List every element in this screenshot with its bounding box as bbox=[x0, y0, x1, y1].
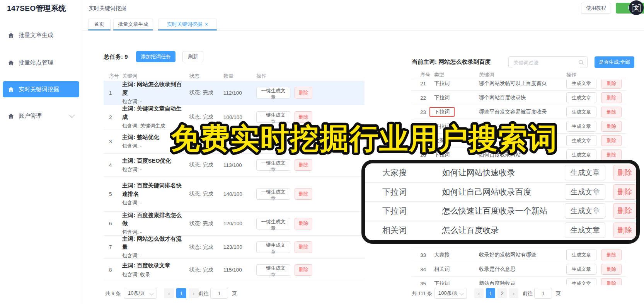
delete-button[interactable]: 删除 bbox=[295, 136, 312, 147]
delete-button[interactable]: 删除 bbox=[613, 184, 636, 200]
generate-article-button[interactable]: 生成文章 bbox=[566, 107, 596, 117]
keyword-text: 收录是什么意思 bbox=[479, 266, 566, 273]
include-words: 包含词: - bbox=[122, 143, 186, 149]
delete-button[interactable]: 删除 bbox=[601, 264, 622, 275]
generate-article-button[interactable]: 生成文章 bbox=[565, 203, 605, 219]
generate-article-button[interactable]: 生成文章 bbox=[566, 121, 596, 132]
generate-all-button[interactable]: 是否生成:全部 bbox=[595, 56, 634, 68]
keyword-text: 哪些平台发文容易被百度收录 bbox=[479, 109, 566, 115]
generate-article-button[interactable]: 生成文章 bbox=[566, 264, 596, 275]
delete-button[interactable]: 删除 bbox=[601, 80, 622, 89]
chevron-down-icon bbox=[69, 112, 75, 118]
contact-float-icon[interactable]: 文 bbox=[629, 0, 644, 15]
delete-button[interactable]: 删除 bbox=[601, 121, 622, 132]
left-next-page-button[interactable]: › bbox=[189, 288, 199, 298]
callout-row: 下拉词 如何让自己网站收录百度 生成文章 删除 bbox=[365, 183, 636, 202]
home-icon bbox=[8, 32, 14, 39]
delete-button[interactable]: 删除 bbox=[295, 87, 312, 99]
task-row[interactable]: 3 主词: 整站优化 包含词: - 状态: 完成 一键生成文章 删除 bbox=[104, 129, 365, 154]
delete-button[interactable]: 删除 bbox=[601, 149, 622, 160]
sidebar-item-keyword-mining[interactable]: 实时关键词挖掘 bbox=[3, 81, 79, 97]
include-words: 包含词: 收录 bbox=[122, 271, 186, 278]
left-page-1-button[interactable]: 1 bbox=[176, 288, 186, 298]
generate-article-button[interactable]: 生成文章 bbox=[565, 165, 605, 180]
left-page-size-select[interactable]: 10条/页 bbox=[124, 288, 157, 299]
delete-button[interactable]: 删除 bbox=[295, 111, 312, 123]
keyword-filter-input[interactable] bbox=[513, 57, 580, 68]
sidebar-item-batch-article[interactable]: 批量文章生成 bbox=[3, 27, 79, 43]
task-row[interactable]: 7 主词: 网站怎么做才有流量 包含词: - 状态: 完成 123/100 一键… bbox=[104, 236, 365, 259]
task-row[interactable]: 4 主词: 百度SEO优化 包含词: - 状态: 完成 113/100 一键生成… bbox=[104, 154, 365, 177]
task-status: 状态: 完成 bbox=[189, 244, 223, 251]
generate-article-button[interactable]: 一键生成文章 bbox=[256, 241, 290, 253]
generate-article-button[interactable]: 生成文章 bbox=[566, 149, 596, 160]
search-icon bbox=[578, 59, 584, 67]
right-next-page-button[interactable]: › bbox=[509, 288, 518, 298]
home-icon bbox=[8, 59, 14, 66]
generate-article-button[interactable]: 生成文章 bbox=[566, 92, 596, 103]
delete-button[interactable]: 删除 bbox=[613, 222, 636, 238]
tab-keyword-mining[interactable]: 实时关键词挖掘 × bbox=[158, 19, 217, 30]
delete-button[interactable]: 删除 bbox=[295, 241, 312, 253]
task-row[interactable]: 2 主词: 关键词文章自动生成 包含词: 关键词生成 状态: 完成 100/10… bbox=[104, 105, 365, 129]
delete-button[interactable]: 删除 bbox=[601, 107, 622, 117]
generate-article-button[interactable]: 生成文章 bbox=[566, 80, 596, 89]
generate-article-button[interactable]: 一键生成文章 bbox=[256, 188, 290, 200]
sidebar-item-label: 账户管理 bbox=[19, 112, 42, 120]
left-prev-page-button[interactable]: ‹ bbox=[164, 288, 174, 298]
delete-button[interactable]: 删除 bbox=[295, 188, 312, 200]
refresh-button[interactable]: 刷新 bbox=[182, 51, 203, 62]
right-goto-page-input[interactable] bbox=[534, 288, 552, 299]
right-page-2-button[interactable]: 2 bbox=[497, 288, 507, 298]
keyword-type: 相关词 bbox=[382, 225, 442, 236]
task-row[interactable]: 5 主词: 百度关键词排名快速排名 包含词: - 状态: 完成 140/100 … bbox=[104, 177, 365, 212]
generate-article-button[interactable]: 一键生成文章 bbox=[256, 264, 290, 276]
generate-article-button[interactable]: 生成文章 bbox=[565, 184, 605, 200]
generate-article-button[interactable]: 一键生成文章 bbox=[256, 159, 290, 171]
task-status: 状态: 完成 bbox=[189, 220, 223, 227]
sidebar-item-account[interactable]: 账户管理 bbox=[3, 108, 79, 124]
tutorial-button[interactable]: 使用教程 bbox=[581, 3, 611, 14]
app-logo: 147SEO管理系统 bbox=[7, 3, 66, 14]
task-status: 状态: 完成 bbox=[189, 190, 223, 197]
delete-button[interactable]: 删除 bbox=[601, 92, 622, 103]
keyword-type: 下拉词 bbox=[434, 152, 450, 158]
keyword-type: 下拉词 bbox=[434, 280, 450, 285]
row-index: 4 bbox=[109, 162, 122, 168]
right-page-size-select[interactable]: 100条/页 bbox=[434, 288, 467, 299]
delete-button[interactable]: 删除 bbox=[613, 203, 636, 219]
generate-article-button[interactable]: 生成文章 bbox=[566, 250, 596, 260]
main-keyword: 主词: 整站优化 bbox=[122, 133, 186, 141]
right-page-1-button[interactable]: 1 bbox=[486, 288, 495, 298]
delete-button[interactable]: 删除 bbox=[601, 278, 622, 285]
left-goto-page-input[interactable] bbox=[210, 288, 228, 299]
task-row[interactable]: 8 主词: 百度收录文章 包含词: 收录 状态: 完成 115/100 一键生成… bbox=[104, 259, 365, 281]
delete-button[interactable]: 删除 bbox=[295, 159, 312, 171]
delete-button[interactable]: 删除 bbox=[295, 218, 312, 229]
tab-home[interactable]: 首页 bbox=[88, 19, 111, 30]
generate-article-button[interactable]: 生成文章 bbox=[565, 222, 605, 238]
tab-batch-article[interactable]: 批量文章生成 bbox=[113, 19, 153, 30]
generate-article-button[interactable]: 一键生成文章 bbox=[256, 87, 290, 99]
include-words: 包含词: - bbox=[122, 252, 186, 259]
delete-button[interactable]: 删除 bbox=[601, 135, 622, 146]
sidebar-item-batch-site[interactable]: 批量站点管理 bbox=[3, 54, 79, 71]
task-row[interactable]: 1 主词: 网站怎么收录到百度 包含词: - 状态: 完成 112/100 一键… bbox=[104, 81, 365, 105]
generate-article-button[interactable]: 一键生成文章 bbox=[256, 136, 290, 147]
right-prev-page-button[interactable]: ‹ bbox=[474, 288, 484, 298]
generate-article-button[interactable]: 生成文章 bbox=[566, 278, 596, 285]
delete-button[interactable]: 删除 bbox=[613, 165, 636, 180]
add-mining-task-button[interactable]: 添加挖词任务 bbox=[136, 51, 175, 62]
delete-button[interactable]: 删除 bbox=[295, 264, 312, 276]
delete-button[interactable]: 删除 bbox=[601, 250, 622, 260]
generate-article-button[interactable]: 一键生成文章 bbox=[256, 218, 290, 229]
home-icon bbox=[8, 86, 14, 93]
generate-article-button[interactable]: 生成文章 bbox=[566, 135, 596, 146]
include-words: 包含词: 关键词生成 bbox=[122, 122, 186, 129]
task-row[interactable]: 6 主词: 百度搜索排名怎么做 包含词: - 状态: 完成 120/100 一键… bbox=[104, 212, 365, 236]
goto-label: 前往 bbox=[199, 290, 209, 297]
generate-article-button[interactable]: 一键生成文章 bbox=[256, 111, 290, 123]
keyword-row: 25 大家搜 生成文章 删除 bbox=[412, 134, 626, 148]
keyword-text: 怎么让百度收录 bbox=[442, 225, 565, 236]
close-icon[interactable]: × bbox=[205, 22, 208, 27]
